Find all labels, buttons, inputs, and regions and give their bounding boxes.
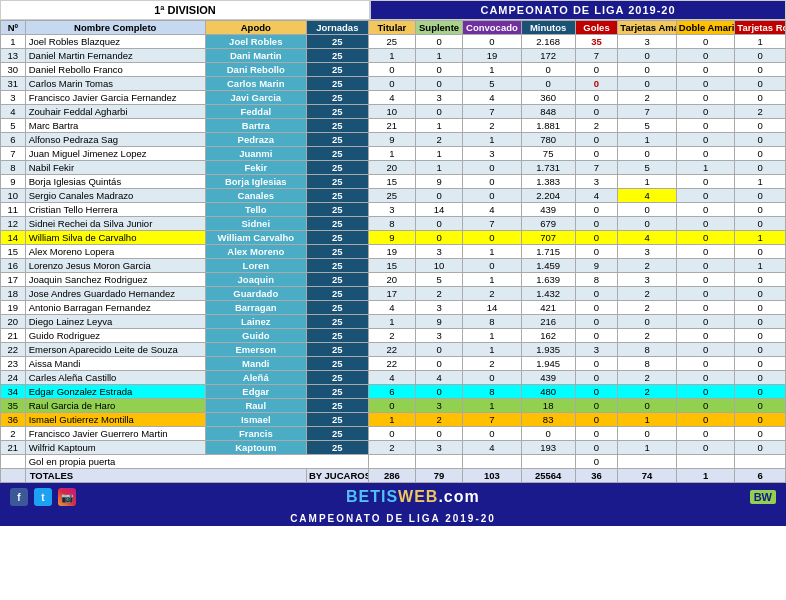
cell-goles: 0 — [575, 231, 618, 245]
cell-name: Alfonso Pedraza Sag — [25, 133, 205, 147]
cell-suplente: 3 — [415, 91, 462, 105]
cell-ta: 0 — [618, 315, 676, 329]
cell-tot-sup: 79 — [415, 469, 462, 483]
cell-minutos: 2.168 — [521, 35, 575, 49]
cell-ta: 0 — [618, 217, 676, 231]
cell-apodo: Tello — [205, 203, 306, 217]
cell-tr: 1 — [735, 231, 786, 245]
cell-tr: 0 — [735, 63, 786, 77]
cell-tot-conv: 103 — [463, 469, 521, 483]
cell-name: Raul Garcia de Haro — [25, 399, 205, 413]
cell-apodo: Carlos Marin — [205, 77, 306, 91]
cell-convocado: 0 — [463, 175, 521, 189]
cell-convocado: 0 — [463, 231, 521, 245]
cell-jornadas: 25 — [306, 441, 368, 455]
cell-goles: 0 — [575, 63, 618, 77]
cell-suplente: 3 — [415, 301, 462, 315]
cell-da: 0 — [676, 175, 734, 189]
cell-titular: 1 — [368, 413, 415, 427]
cell-jornadas: 25 — [306, 301, 368, 315]
site-logo: BETISWEB.com — [346, 488, 480, 506]
cell-ta: 1 — [618, 175, 676, 189]
cell-goles: 2 — [575, 119, 618, 133]
cell-minutos: 439 — [521, 371, 575, 385]
column-header-row: Nº Nombre Completo Apodo Jornadas Titula… — [1, 21, 786, 35]
cell-jornadas: 25 — [306, 273, 368, 287]
cell-ta: 3 — [618, 35, 676, 49]
cell-tr: 0 — [735, 189, 786, 203]
cell-suplente: 3 — [415, 441, 462, 455]
cell-convocado: 1 — [463, 133, 521, 147]
table-row: 34 Edgar Gonzalez Estrada Edgar 25 6 0 8… — [1, 385, 786, 399]
table-row: 7 Juan Miguel Jimenez Lopez Juanmi 25 1 … — [1, 147, 786, 161]
bw-badge: BW — [750, 490, 776, 504]
cell-titular: 1 — [368, 147, 415, 161]
cell-goles: 7 — [575, 49, 618, 63]
cell-minutos: 780 — [521, 133, 575, 147]
cell-apodo: Edgar — [205, 385, 306, 399]
cell-tr: 0 — [735, 287, 786, 301]
cell-minutos: 1.459 — [521, 259, 575, 273]
cell-da: 0 — [676, 189, 734, 203]
col-apodo: Apodo — [205, 21, 306, 35]
cell-empty8 — [735, 455, 786, 469]
table-row: 21 Guido Rodriguez Guido 25 2 3 1 162 0 … — [1, 329, 786, 343]
cell-num: 23 — [1, 357, 26, 371]
cell-minutos: 0 — [521, 427, 575, 441]
cell-tot-ta: 74 — [618, 469, 676, 483]
cell-ta: 0 — [618, 203, 676, 217]
facebook-icon[interactable]: f — [10, 488, 28, 506]
cell-suplente: 0 — [415, 357, 462, 371]
outer-wrapper: 1ª DIVISION CAMPEONATO DE LIGA 2019-20 N… — [0, 0, 786, 526]
cell-name: Aissa Mandi — [25, 357, 205, 371]
cell-convocado: 8 — [463, 385, 521, 399]
cell-da: 0 — [676, 413, 734, 427]
cell-num: 9 — [1, 175, 26, 189]
bottom-band: CAMPEONATO DE LIGA 2019-20 — [0, 511, 786, 526]
cell-ta: 7 — [618, 105, 676, 119]
cell-minutos: 1.935 — [521, 343, 575, 357]
cell-minutos: 216 — [521, 315, 575, 329]
cell-jornadas: 25 — [306, 217, 368, 231]
cell-suplente: 1 — [415, 161, 462, 175]
instagram-icon[interactable]: 📷 — [58, 488, 76, 506]
cell-apodo: Guido — [205, 329, 306, 343]
cell-da: 0 — [676, 105, 734, 119]
cell-num: 5 — [1, 119, 26, 133]
cell-tr: 0 — [735, 133, 786, 147]
cell-titular: 17 — [368, 287, 415, 301]
cell-jornadas: 25 — [306, 91, 368, 105]
col-jornadas: Jornadas — [306, 21, 368, 35]
cell-num: 17 — [1, 273, 26, 287]
cell-apodo: Alex Moreno — [205, 245, 306, 259]
cell-tr: 2 — [735, 105, 786, 119]
cell-tr: 0 — [735, 399, 786, 413]
cell-apodo: Fekir — [205, 161, 306, 175]
cell-apodo: Bartra — [205, 119, 306, 133]
cell-minutos: 1.731 — [521, 161, 575, 175]
cell-suplente: 0 — [415, 427, 462, 441]
cell-jornadas: 25 — [306, 49, 368, 63]
table-row: 24 Carles Aleña Castillo Aleñá 25 4 4 0 … — [1, 371, 786, 385]
cell-da: 0 — [676, 371, 734, 385]
cell-num: 24 — [1, 371, 26, 385]
cell-minutos: 0 — [521, 77, 575, 91]
cell-apodo: Mandi — [205, 357, 306, 371]
cell-jornadas: 25 — [306, 133, 368, 147]
cell-minutos: 1.432 — [521, 287, 575, 301]
cell-minutos: 1.881 — [521, 119, 575, 133]
twitter-icon[interactable]: t — [34, 488, 52, 506]
cell-tr: 0 — [735, 119, 786, 133]
cell-apodo: Javi Garcia — [205, 91, 306, 105]
cell-convocado: 4 — [463, 91, 521, 105]
cell-goles: 0 — [575, 133, 618, 147]
table-row: 6 Alfonso Pedraza Sag Pedraza 25 9 2 1 7… — [1, 133, 786, 147]
cell-apodo: William Carvalho — [205, 231, 306, 245]
table-row: 3 Francisco Javier Garcia Fernandez Javi… — [1, 91, 786, 105]
cell-ta: 3 — [618, 245, 676, 259]
cell-tr: 0 — [735, 245, 786, 259]
cell-da: 0 — [676, 441, 734, 455]
cell-convocado: 2 — [463, 287, 521, 301]
cell-tr: 0 — [735, 385, 786, 399]
cell-suplente: 9 — [415, 315, 462, 329]
